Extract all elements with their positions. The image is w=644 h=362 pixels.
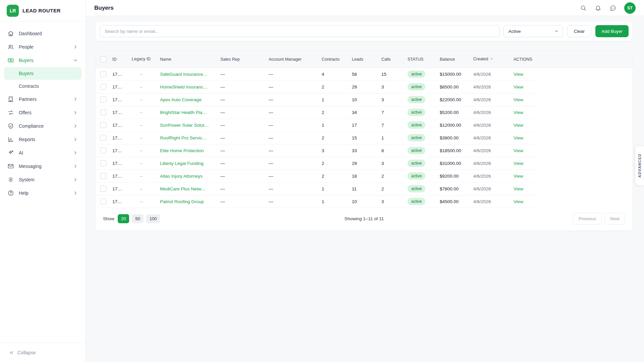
chart-icon [7,136,14,143]
buyer-name-link[interactable]: Patriot Roofing Group [160,199,204,204]
previous-page-button[interactable]: Previous [573,213,602,225]
advanced-panel-tab[interactable]: ADVANCED [635,146,644,185]
notifications-bell-icon[interactable] [595,5,601,11]
main-area: Buyers ST Active [86,0,644,362]
table-row: 17… – MediCare Plus Netw… — — 1 11 2 act… [96,182,633,195]
buyer-id: 17… [112,161,122,166]
sidebar-item-reports[interactable]: Reports [4,133,82,146]
row-checkbox[interactable] [100,173,106,179]
row-checkbox[interactable] [100,71,106,77]
buyer-name-link[interactable]: MediCare Plus Netw… [160,186,206,191]
page-size-50-button[interactable]: 50 [132,214,143,223]
view-button[interactable]: View [514,186,523,191]
collapse-sidebar-button[interactable]: Collapse [9,350,36,355]
balance-value: $18500.00 [440,148,461,153]
row-checkbox[interactable] [100,135,106,141]
sidebar-item-compliance[interactable]: Compliance [4,119,82,133]
sidebar-subitem-contracts[interactable]: Contracts [4,80,82,93]
row-checkbox[interactable] [100,186,106,192]
app-window: LR LEAD ROUTER DashboardPeopleBuyersBuye… [0,0,644,362]
sidebar-item-dashboard[interactable]: Dashboard [4,27,82,40]
row-checkbox[interactable] [100,109,106,115]
topbar: Buyers ST [86,0,644,16]
table-row: 17… – SunPower Solar Solut… — — 1 17 7 a… [96,119,633,131]
view-button[interactable]: View [514,199,523,204]
legacy-id: – [128,195,155,208]
user-avatar[interactable]: ST [624,2,636,14]
sidebar-item-help[interactable]: Help [4,186,82,200]
add-buyer-button[interactable]: Add Buyer [595,25,629,37]
buyer-id: 17… [112,72,122,77]
page-size-100-button[interactable]: 100 [146,214,160,223]
table-row: 17… – Atlas Injury Attorneys — — 2 18 2 … [96,170,633,182]
legacy-id: – [128,93,155,106]
buyer-name-link[interactable]: RoofRight Pro Servic… [160,135,207,140]
legacy-id: – [128,182,155,195]
pager: Previous Next [573,213,625,225]
sales-rep: — [215,182,263,195]
buyer-name-link[interactable]: Elite Home Protection [160,148,204,153]
collapse-label: Collapse [17,350,36,355]
row-checkbox[interactable] [100,84,106,90]
sidebar-subitem-buyers[interactable]: Buyers [4,67,82,80]
view-button[interactable]: View [514,174,523,179]
legacy-id: – [128,68,155,80]
select-all-checkbox[interactable] [100,56,106,62]
sidebar-item-people[interactable]: People [4,40,82,54]
sidebar-item-buyers[interactable]: Buyers [4,54,82,67]
content: Active Clear Add Buyer [86,16,644,231]
buyer-name-link[interactable]: HomeShield Insuranc… [160,84,208,89]
row-checkbox[interactable] [100,160,106,166]
calls-count: 3 [376,80,402,93]
row-checkbox[interactable] [100,147,106,154]
sidebar-item-ai[interactable]: AI [4,146,82,160]
buyer-name-link[interactable]: SunPower Solar Solut… [160,123,209,128]
created-date: 4/6/2026 [468,119,508,131]
row-checkbox[interactable] [100,97,106,103]
view-button[interactable]: View [514,84,523,89]
sidebar-item-partners[interactable]: Partners [4,93,82,106]
sidebar-item-offers[interactable]: Offers [4,106,82,119]
search-icon[interactable] [580,5,587,11]
view-button[interactable]: View [514,72,523,77]
status-filter-select[interactable]: Active [503,25,563,37]
view-button[interactable]: View [514,97,523,102]
view-button[interactable]: View [514,110,523,115]
view-button[interactable]: View [514,135,523,140]
sales-rep: — [215,195,263,208]
sidebar-item-system[interactable]: System [4,173,82,186]
messages-chat-icon[interactable] [609,5,616,11]
status-badge: active [408,198,425,205]
gear-icon [7,176,14,183]
leads-count: 10 [346,195,376,208]
buyer-id: 17… [112,199,122,204]
view-button[interactable]: View [514,148,523,153]
arrows-icon [7,109,14,116]
view-button[interactable]: View [514,161,523,166]
clear-filters-button[interactable]: Clear [567,25,591,37]
calls-count: 8 [376,144,402,157]
table-row: 17… – Liberty Legal Funding — — 2 29 3 a… [96,157,633,170]
sidebar-item-label: Contracts [19,83,78,89]
created-date: 4/6/2026 [468,182,508,195]
buyer-name-link[interactable]: SafeGuard Insurance… [160,72,208,77]
row-checkbox[interactable] [100,122,106,128]
buyer-name-link[interactable]: Apex Auto Coverage [160,97,202,102]
column-header-contracts: Contracts [316,51,346,68]
buyer-name-link[interactable]: Atlas Injury Attorneys [160,174,203,179]
account-manager: — [263,93,316,106]
sidebar-item-label: People [19,44,68,50]
buyer-name-link[interactable]: BrightStar Health Pla… [160,110,207,115]
created-date: 4/6/2026 [468,93,508,106]
row-checkbox[interactable] [100,198,106,204]
search-input[interactable] [100,25,499,37]
buyer-name-link[interactable]: Liberty Legal Funding [160,161,204,166]
column-header-created[interactable]: Created [468,51,508,68]
topbar-icons: ST [580,2,636,14]
next-page-button[interactable]: Next [604,213,625,225]
balance-value: $5200.00 [440,110,459,115]
view-button[interactable]: View [514,123,523,128]
sidebar-item-messaging[interactable]: Messaging [4,160,82,173]
page-size-20-button[interactable]: 20 [118,214,129,223]
contracts-count: 2 [316,157,346,170]
